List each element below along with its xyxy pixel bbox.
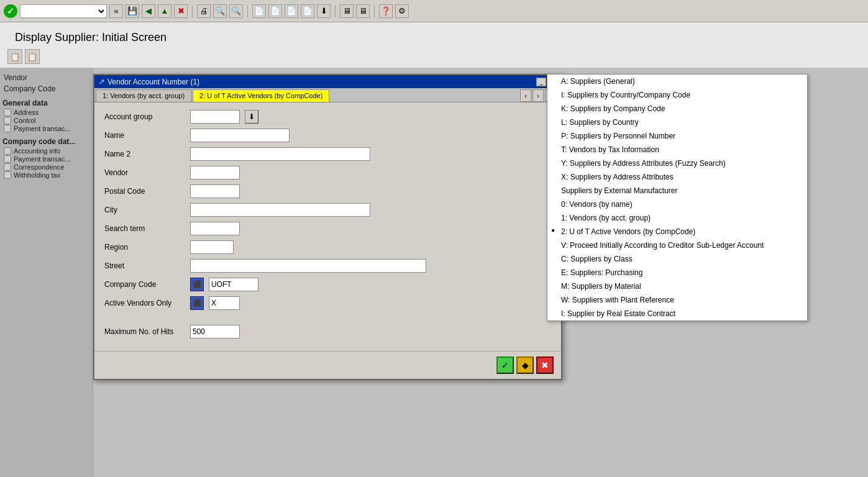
dropdown-item-I[interactable]: I: Suppliers by Country/Company Code [547, 88, 807, 102]
copy1-btn[interactable]: 📄 [252, 4, 266, 18]
search-term-input[interactable] [190, 222, 240, 235]
copy4-btn[interactable]: 📄 [301, 4, 314, 18]
postal-code-row: Postal Code [104, 184, 551, 198]
find-btn[interactable]: 🔍 [213, 4, 227, 18]
dropdown-list: A: Suppliers (General)I: Suppliers by Co… [547, 74, 808, 321]
dialog-title: Vendor Account Number (1) [107, 78, 199, 86]
account-group-row: Account group ⬇ [104, 110, 551, 124]
up-btn[interactable]: ▲ [158, 4, 171, 18]
name2-label: Name 2 [104, 150, 185, 158]
dropdown-item-V[interactable]: V: Proceed Initially According to Credit… [547, 238, 807, 252]
check-icon[interactable]: ✓ [4, 4, 17, 18]
save-btn[interactable]: 💾 [126, 4, 139, 18]
dialog-titlebar: ↗ Vendor Account Number (1) _ ✖ [94, 75, 561, 88]
name-input[interactable] [190, 129, 290, 142]
city-input[interactable] [190, 203, 370, 217]
tab-prev-btn[interactable]: ‹ [520, 89, 531, 102]
name-label: Name [104, 131, 185, 140]
close-btn[interactable]: ✖ [536, 357, 554, 374]
tab-1[interactable]: 1: Vendors (by acct. group) [96, 89, 191, 102]
city-row: City [104, 203, 551, 217]
max-hits-input[interactable] [190, 325, 240, 338]
active-vendors-label: Active Vendors Only [104, 299, 185, 307]
tab-bar: 1: Vendors (by acct. group) 2: U of T Ac… [94, 88, 561, 102]
region-row: Region [104, 240, 551, 254]
dropdown-item-M[interactable]: M: Suppliers by Material [547, 279, 807, 293]
company-code-row: Company Code ⬛ [104, 278, 551, 291]
sub-toolbar: 📋 📋 [0, 48, 868, 65]
max-hits-row: Maximum No. of Hits [104, 325, 551, 338]
down-btn[interactable]: ⬇ [317, 4, 331, 18]
dropdown-item-K[interactable]: K: Suppliers by Company Code [547, 102, 807, 116]
account-group-label: Account group [104, 112, 185, 121]
postal-code-input[interactable] [190, 184, 240, 198]
sep1 [192, 5, 193, 17]
screen1-btn[interactable]: 🖥 [340, 4, 354, 18]
find2-btn[interactable]: 🔍 [229, 4, 243, 18]
ok-btn[interactable]: ✓ [496, 357, 514, 374]
copy3-btn[interactable]: 📄 [285, 4, 298, 18]
search-term-row: Search term [104, 222, 551, 235]
dropdown-item-L[interactable]: L: Suppliers by Country [547, 116, 807, 129]
vendor-input[interactable] [190, 166, 240, 179]
dropdown-item-A[interactable]: A: Suppliers (General) [547, 75, 807, 88]
back-btn[interactable]: « [109, 4, 123, 18]
tab-next-btn[interactable]: › [532, 89, 544, 102]
name2-row: Name 2 [104, 147, 551, 161]
cancel-btn[interactable]: ✖ [174, 4, 188, 18]
street-label: Street [104, 261, 185, 270]
dropdown-item-E[interactable]: E: Suppliers: Purchasing [547, 266, 807, 279]
active-vendors-btn[interactable]: ⬛ [190, 296, 204, 310]
name-row: Name [104, 129, 551, 142]
postal-code-label: Postal Code [104, 187, 185, 196]
city-label: City [104, 206, 185, 214]
dropdown-item-Ire[interactable]: I: Supplier by Real Estate Contract [547, 307, 807, 320]
sub-btn-2[interactable]: 📋 [25, 49, 40, 64]
street-input[interactable] [190, 259, 426, 273]
dialog-titlebar-left: ↗ Vendor Account Number (1) [98, 77, 199, 86]
copy2-btn[interactable]: 📄 [268, 4, 282, 18]
dropdown-item-W[interactable]: W: Suppliers with Plant Reference [547, 293, 807, 307]
settings-btn[interactable]: ⚙ [395, 4, 409, 18]
company-code-label: Company Code [104, 280, 185, 289]
print-btn[interactable]: 🖨 [197, 4, 211, 18]
dropdown-item-T[interactable]: T: Vendors by Tax Information [547, 143, 807, 157]
region-input[interactable] [190, 240, 234, 254]
account-group-input[interactable] [190, 110, 240, 124]
vendor-row: Vendor [104, 166, 551, 179]
sep4 [374, 5, 375, 17]
active-vendors-row: Active Vendors Only ⬛ [104, 296, 551, 310]
tab-2[interactable]: 2: U of T Active Vendors (by CompCode) [193, 89, 329, 102]
dropdown-item-C[interactable]: C: Suppliers by Class [547, 252, 807, 266]
toolbar-select[interactable] [20, 4, 107, 18]
dropdown-item-P[interactable]: P: Suppliers by Personnel Number [547, 129, 807, 143]
dialog-content: Account group ⬇ Name Name 2 Vendor P [94, 102, 561, 351]
spacer [104, 315, 551, 325]
sub-btn-1[interactable]: 📋 [7, 49, 22, 64]
prev-btn[interactable]: ◀ [142, 4, 155, 18]
screen2-btn[interactable]: 🖥 [356, 4, 370, 18]
page-title: Display Supplier: Initial Screen [7, 26, 174, 47]
active-vendors-input[interactable] [209, 296, 240, 310]
dropdown-item-1[interactable]: 1: Vendors (by acct. group) [547, 211, 807, 225]
max-hits-label: Maximum No. of Hits [104, 327, 185, 336]
dialog-minimize-btn[interactable]: _ [536, 78, 546, 86]
account-group-dropdown-btn[interactable]: ⬇ [245, 110, 258, 124]
special-btn[interactable]: ◆ [516, 357, 534, 374]
region-label: Region [104, 243, 185, 252]
street-row: Street [104, 259, 551, 273]
dropdown-item-X[interactable]: X: Suppliers by Address Attributes [547, 170, 807, 184]
company-code-input[interactable] [209, 278, 258, 291]
name2-input[interactable] [190, 147, 370, 161]
dialog-icon: ↗ [98, 77, 105, 86]
dropdown-item-0[interactable]: 0: Vendors (by name) [547, 198, 807, 211]
company-code-btn[interactable]: ⬛ [190, 278, 204, 291]
vendor-label: Vendor [104, 168, 185, 177]
dropdown-item-2[interactable]: 2: U of T Active Vendors (by CompCode) [547, 225, 807, 238]
dropdown-item-Y[interactable]: Y: Suppliers by Address Attributes (Fuzz… [547, 157, 807, 170]
dialog-footer: ✓ ◆ ✖ [94, 351, 561, 379]
dropdown-item-0ext[interactable]: Suppliers by External Manufacturer [547, 184, 807, 198]
vendor-account-dialog: ↗ Vendor Account Number (1) _ ✖ 1: Vendo… [93, 74, 562, 380]
help-btn[interactable]: ❓ [379, 4, 393, 18]
sep3 [335, 5, 336, 17]
